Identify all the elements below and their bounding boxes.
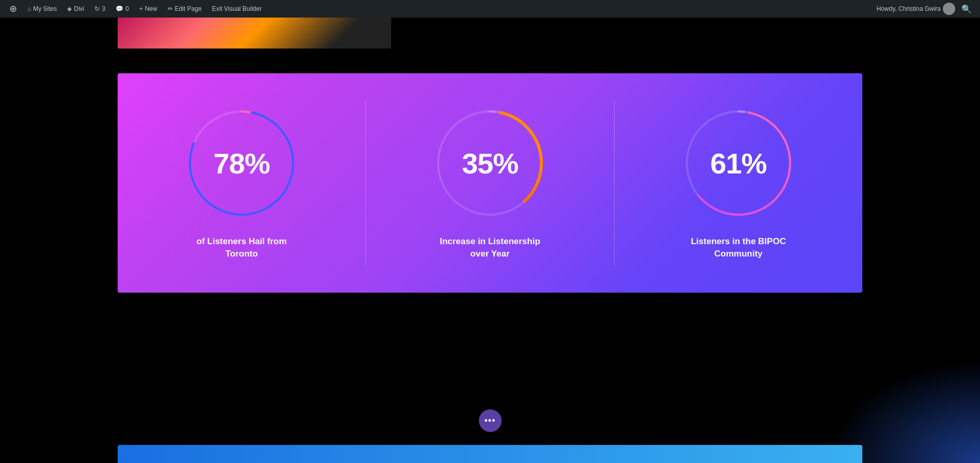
stats-grid: 78% of Listeners Hail from Toronto (118, 73, 862, 293)
stat-item-bipoc: 61% Listeners in the BIPOC Community (615, 86, 862, 281)
edit-page-button[interactable]: ✏ Edit Page (163, 0, 207, 18)
stat-label-toronto: of Listeners Hail from Toronto (185, 235, 298, 260)
my-sites-button[interactable]: ⌂ My Sites (22, 0, 62, 18)
hero-image (118, 18, 391, 49)
stat-value-35: 35% (462, 146, 518, 180)
comments-button[interactable]: 💬 0 (110, 0, 134, 18)
divi-icon: ◈ (67, 5, 72, 12)
top-image-area (0, 18, 980, 74)
bottom-section-preview (118, 445, 862, 463)
circle-78: 78% (185, 106, 298, 220)
stat-item-listenership: 35% Increase in Listenership over Year (366, 86, 614, 281)
stat-value-61: 61% (710, 146, 766, 180)
my-sites-icon: ⌂ (27, 5, 31, 12)
avatar (943, 3, 955, 15)
my-sites-label: My Sites (33, 5, 57, 12)
user-greeting: Howdy, Christina Gwira (877, 5, 941, 12)
circle-35: 35% (433, 106, 547, 220)
dots-menu-button[interactable]: ••• (479, 409, 502, 432)
divi-button[interactable]: ◈ Divi (62, 0, 89, 18)
updates-icon: ↻ (94, 5, 100, 12)
bottom-area: · · · · · · · · · · · · · · · · · · · · … (0, 349, 980, 463)
new-label: New (145, 5, 157, 12)
page-content: 78% of Listeners Hail from Toronto (0, 18, 980, 463)
wordpress-logo-button[interactable]: ⊕ (4, 0, 22, 18)
stat-item-toronto: 78% of Listeners Hail from Toronto (118, 86, 365, 281)
comments-icon: 💬 (116, 5, 123, 12)
admin-bar-right: Howdy, Christina Gwira 🔍 (877, 3, 976, 15)
new-button[interactable]: + New (134, 0, 163, 18)
plus-icon: + (139, 5, 143, 12)
stat-label-listenership: Increase in Listenership over Year (433, 235, 547, 260)
comments-count: 0 (125, 5, 129, 12)
wordpress-icon: ⊕ (9, 3, 17, 14)
edit-page-label: Edit Page (175, 5, 202, 12)
divi-label: Divi (74, 5, 84, 12)
dots-decoration: · · · · · · · · · · · · · · · · · · · · … (10, 415, 71, 437)
updates-count: 3 (102, 5, 105, 12)
exit-visual-builder-button[interactable]: Exit Visual Builder (207, 0, 267, 18)
stats-section: 78% of Listeners Hail from Toronto (118, 73, 862, 293)
pencil-icon: ✏ (168, 5, 173, 12)
stat-label-bipoc: Listeners in the BIPOC Community (682, 235, 795, 260)
admin-bar: ⊕ ⌂ My Sites ◈ Divi ↻ 3 💬 0 + New ✏ Edit… (0, 0, 980, 18)
dots-icon: ••• (485, 416, 496, 425)
stat-value-78: 78% (214, 146, 270, 180)
exit-builder-label: Exit Visual Builder (212, 5, 262, 12)
circle-61: 61% (682, 106, 795, 220)
updates-button[interactable]: ↻ 3 (89, 0, 110, 18)
search-icon[interactable]: 🔍 (957, 4, 976, 14)
